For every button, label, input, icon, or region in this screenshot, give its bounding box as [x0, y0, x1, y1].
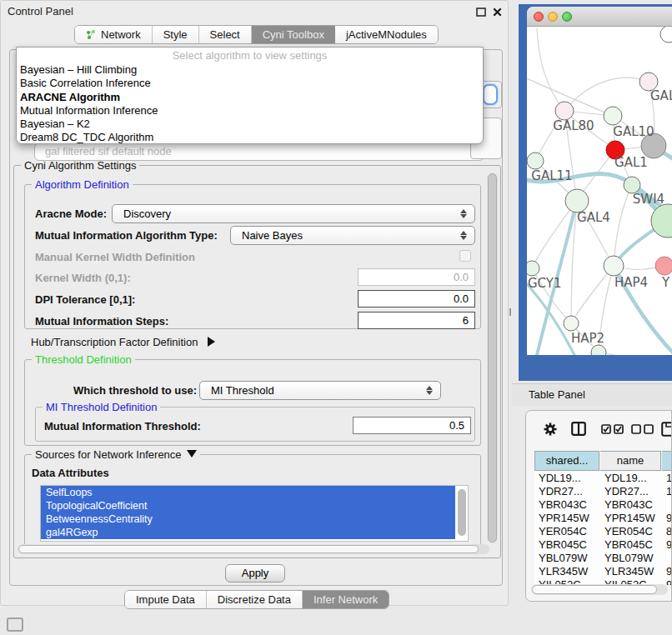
expand-right-icon[interactable] — [208, 337, 215, 347]
partial-toolbar-icon[interactable] — [661, 422, 672, 437]
mi-steps-field[interactable]: 6 — [358, 312, 475, 329]
tab-cyni-toolbox[interactable]: Cyni Toolbox — [252, 26, 335, 43]
minimized-panel-icon[interactable] — [7, 618, 23, 632]
list-scrollbar[interactable] — [457, 488, 467, 538]
close-traffic-light-icon[interactable] — [534, 12, 544, 22]
menu-item[interactable]: Mutual Information Inference — [17, 104, 483, 118]
tab-select[interactable]: Select — [199, 26, 252, 43]
table-cell[interactable]: YPR145W — [534, 512, 600, 525]
table-cell[interactable]: 9. — [662, 565, 672, 578]
node-hap2[interactable] — [564, 316, 579, 331]
tab-impute-data[interactable]: Impute Data — [125, 591, 207, 608]
table-cell[interactable]: 12 — [662, 485, 672, 498]
zoom-traffic-light-icon[interactable] — [562, 12, 572, 22]
panel-splitter-handle[interactable] — [509, 308, 513, 316]
control-panel-titlebar: Control Panel — [1, 1, 508, 22]
apply-button[interactable]: Apply — [225, 564, 285, 582]
hub-definition-section[interactable]: Hub/Transcription Factor Definition — [31, 336, 215, 348]
close-icon[interactable] — [491, 6, 504, 18]
table-cell[interactable]: YBR045C — [600, 538, 662, 552]
table-cell[interactable]: YBR043C — [600, 498, 662, 512]
table-cell[interactable]: YBL079W — [600, 552, 662, 565]
node[interactable] — [660, 27, 672, 42]
table-cell[interactable]: YDL19... — [534, 472, 600, 485]
dpi-tolerance-field[interactable]: 0.0 — [358, 290, 475, 308]
settings-vertical-scrollbar[interactable] — [487, 172, 498, 543]
node-gcy1[interactable] — [527, 261, 539, 276]
mi-threshold-field[interactable]: 0.5 — [353, 417, 471, 434]
table-cell[interactable] — [662, 552, 672, 565]
tab-discretize-data-label: Discretize Data — [218, 591, 291, 608]
menu-item[interactable]: Dream8 DC_TDC Algorithm — [17, 131, 483, 144]
table-cell[interactable]: YDR27... — [600, 485, 662, 498]
node-gal80[interactable] — [555, 102, 574, 120]
table-cell[interactable]: YLR345W — [534, 565, 600, 578]
mi-threshold-group: MI Threshold Definition Mutual Informati… — [35, 407, 475, 442]
node-hap4[interactable] — [604, 256, 624, 276]
table-cell[interactable]: YDR27... — [534, 485, 600, 498]
data-attributes-list[interactable]: SelfLoops TopologicalCoefficient Between… — [40, 485, 469, 542]
node-swi4[interactable] — [624, 177, 640, 193]
menu-item-highlighted[interactable]: ARACNE Algorithm — [17, 91, 483, 104]
list-item[interactable]: BetweennessCentrality — [41, 512, 455, 526]
network-canvas[interactable]: GAL GAL80 GAL10 GAL1 GAL11 SWI4 GAL4 HAP… — [527, 27, 672, 355]
table-panel-title: Table Panel — [529, 388, 585, 401]
float-window-icon[interactable] — [474, 6, 487, 18]
menu-item[interactable]: Bayesian – K2 — [17, 118, 483, 131]
column-header-shared-name[interactable]: shared... — [534, 451, 599, 471]
tab-cyni-toolbox-label: Cyni Toolbox — [263, 26, 324, 43]
table-cell[interactable]: YBR043C — [534, 498, 600, 512]
table-cell[interactable]: YPR145W — [600, 512, 662, 525]
table-cell[interactable]: YER054C — [600, 525, 662, 538]
list-item[interactable]: TopologicalCoefficient — [41, 499, 455, 512]
kernel-width-field[interactable]: 0.0 — [358, 268, 475, 286]
node-salmon[interactable] — [655, 257, 672, 275]
settings-horizontal-scrollbar[interactable] — [18, 544, 489, 554]
table-cell[interactable]: YLR345W — [600, 565, 662, 578]
which-threshold-combo[interactable]: MI Threshold — [199, 381, 441, 400]
tab-discretize-data[interactable]: Discretize Data — [207, 591, 303, 608]
table-cell[interactable]: YER054C — [534, 525, 600, 538]
checked-boxes-icon[interactable] — [601, 424, 624, 434]
table-cell[interactable]: YDL19... — [600, 472, 662, 485]
table-cell[interactable] — [662, 498, 672, 512]
list-item[interactable]: gal4RGexp — [41, 526, 455, 539]
aracne-mode-combo[interactable]: Discovery — [112, 204, 475, 223]
table-toolbar — [526, 411, 671, 448]
table-horizontal-scrollbar[interactable] — [531, 584, 668, 595]
network-selector-combo[interactable]: gal filtered sif default node — [34, 142, 484, 161]
tab-network[interactable]: Network — [75, 26, 153, 43]
node-gal10[interactable] — [604, 107, 622, 125]
minimize-traffic-light-icon[interactable] — [548, 12, 558, 22]
combo-arrows-icon — [460, 230, 467, 241]
tab-style[interactable]: Style — [153, 26, 199, 43]
unchecked-boxes-icon[interactable] — [631, 424, 654, 434]
tab-jactivemnodules[interactable]: jActiveMNodules — [335, 26, 438, 43]
node-gal4[interactable] — [565, 189, 589, 212]
list-item[interactable]: SelfLoops — [41, 486, 455, 499]
popup-placeholder: Select algorithm to view settings — [17, 48, 483, 63]
tab-infer-network[interactable]: Infer Network — [303, 591, 389, 608]
tab-network-label: Network — [101, 26, 141, 43]
table-cell[interactable]: YBL079W — [534, 552, 600, 565]
node-gal11[interactable] — [527, 152, 544, 169]
column-header-partial[interactable] — [662, 451, 672, 471]
table-cell[interactable]: 8. — [662, 525, 672, 538]
aracne-mode-value: Discovery — [123, 208, 171, 220]
node-label: SWI4 — [633, 192, 664, 207]
menu-item[interactable]: Basic Correlation Inference — [17, 77, 483, 90]
table-cell[interactable]: 13 — [662, 472, 672, 485]
table-cell[interactable]: 9. — [662, 512, 672, 525]
collapse-down-icon[interactable] — [187, 450, 197, 458]
columns-icon[interactable] — [571, 422, 586, 436]
table-cell[interactable]: YBR045C — [534, 538, 600, 552]
column-header-name[interactable]: name — [600, 451, 661, 471]
kernel-width-label: Kernel Width (0,1): — [35, 272, 131, 284]
network-graph: GAL GAL80 GAL10 GAL1 GAL11 SWI4 GAL4 HAP… — [527, 27, 672, 355]
manual-kernel-checkbox[interactable] — [459, 250, 471, 262]
table-cell[interactable]: 9. — [662, 538, 672, 552]
menu-item[interactable]: Bayesian – Hill Climbing — [17, 63, 483, 77]
gear-icon[interactable] — [543, 422, 558, 437]
tab-impute-data-label: Impute Data — [136, 591, 195, 608]
mi-algorithm-type-combo[interactable]: Naive Bayes — [230, 226, 475, 245]
